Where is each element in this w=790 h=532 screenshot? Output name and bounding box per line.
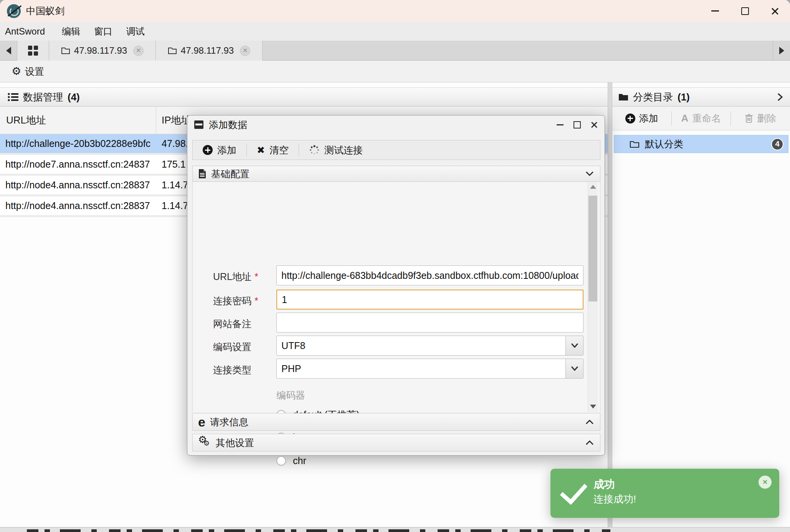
tab-shell-1[interactable]: 47.98.117.93 ✕ — [49, 41, 156, 61]
spinner-dots-icon — [309, 145, 320, 155]
dialog-test-connection-button[interactable]: 测试连接 — [299, 140, 373, 160]
minimize-button[interactable] — [700, 0, 730, 22]
chevron-down-icon — [570, 343, 579, 349]
select-dropdown-button[interactable] — [565, 359, 583, 378]
gear-icon: ⚙ — [12, 66, 21, 77]
dialog-add-label: 添加 — [217, 144, 236, 156]
select-dropdown-button[interactable] — [565, 336, 583, 355]
dialog-title: 添加数据 — [209, 119, 247, 131]
section-basic-config[interactable]: 基础配置 — [192, 166, 600, 182]
cell-url: http://node4.anna.nssctf.cn:28837 — [0, 176, 156, 194]
category-delete-button[interactable]: 删除 — [731, 107, 790, 130]
category-panel-header: 分类目录 (1) — [612, 87, 790, 107]
dialog-scrollbar[interactable] — [588, 182, 598, 412]
trash-icon — [745, 114, 753, 124]
settings-toolbar: ⚙ 设置 — [0, 61, 790, 82]
dialog-clear-label: 清空 — [269, 144, 289, 156]
category-item-default[interactable]: 默认分类 4 — [614, 135, 788, 153]
dialog-test-label: 测试连接 — [324, 144, 363, 156]
scroll-down-arrow[interactable] — [590, 405, 596, 408]
chevron-right-icon[interactable] — [776, 92, 784, 102]
dialog-add-button[interactable]: 添加 — [193, 140, 246, 160]
category-item-label: 默认分类 — [645, 138, 766, 150]
tab-scroll-right-button[interactable] — [773, 41, 790, 61]
tab-shell-2[interactable]: 47.98.117.93 ✕ — [156, 41, 263, 61]
folder-icon — [61, 46, 70, 55]
section-title: 请求信息 — [210, 416, 248, 428]
folder-icon — [168, 46, 177, 55]
dialog-maximize-button[interactable] — [573, 121, 581, 128]
window-controls — [700, 0, 790, 22]
cell-url: http://node7.anna.nssctf.cn:24837 — [0, 155, 156, 174]
encoding-value: UTF8 — [277, 340, 565, 351]
plus-circle-icon — [203, 145, 213, 155]
grid-icon — [28, 46, 38, 56]
clear-x-icon: ✖ — [257, 145, 265, 155]
encoding-select[interactable]: UTF8 — [276, 336, 583, 356]
data-panel-header: 数据管理 (4) — [0, 87, 608, 107]
data-panel-count: (4) — [68, 91, 80, 103]
encoder-group-label: 编码器 — [276, 389, 305, 402]
category-toolbar: 添加 A 重命名 删除 — [612, 107, 790, 130]
section-other-settings[interactable]: ⚙ ⚙ 其他设置 — [192, 434, 600, 451]
chevron-up-icon — [585, 439, 595, 446]
section-title: 其他设置 — [216, 436, 254, 449]
settings-button[interactable]: 设置 — [25, 65, 44, 78]
maximize-icon — [741, 7, 749, 15]
folder-filled-icon — [618, 93, 628, 101]
category-panel-count: (1) — [678, 91, 690, 103]
note-input[interactable] — [276, 313, 583, 333]
menu-debug[interactable]: 调试 — [126, 25, 153, 38]
radio-label: chr — [293, 455, 306, 466]
dialog-minimize-button[interactable] — [557, 124, 564, 125]
cell-url: http://node4.anna.nssctf.cn:28837 — [0, 196, 156, 215]
category-panel-title: 分类目录 — [633, 91, 673, 104]
add-data-dialog: 添加数据 添加 ✖ 清空 测试连接 — [187, 115, 605, 456]
tab-scroll-left-button[interactable] — [0, 41, 17, 61]
password-field-label: 连接密码* — [213, 295, 258, 307]
dialog-header[interactable]: 添加数据 — [187, 115, 605, 134]
menu-edit[interactable]: 编辑 — [62, 25, 89, 38]
tab-close-button[interactable]: ✕ — [133, 46, 144, 56]
maximize-button[interactable] — [730, 0, 760, 22]
panel-divider[interactable] — [608, 82, 612, 532]
dialog-clear-button[interactable]: ✖ 清空 — [247, 140, 299, 160]
menu-window[interactable]: 窗口 — [94, 25, 121, 38]
app-window: 中国蚁剑 AntSword 编辑 窗口 调试 47.98.117.93 ✕ — [0, 0, 790, 532]
section-title: 基础配置 — [211, 168, 250, 180]
toast-close-button[interactable]: ✕ — [759, 476, 772, 489]
close-button[interactable] — [760, 0, 790, 22]
dialog-controls — [557, 121, 598, 128]
dialog-close-button[interactable] — [591, 121, 598, 128]
basic-config-form: URL地址* 连接密码* 网站备注 编码设置 连接类型 UTF8 PHP 编码器 — [192, 182, 600, 412]
gears-icon: ⚙ ⚙ — [198, 436, 211, 449]
section-request-info[interactable]: e 请求信息 — [192, 413, 600, 431]
tab-home[interactable] — [17, 41, 49, 61]
menu-bar: AntSword 编辑 窗口 调试 — [0, 22, 790, 41]
category-rename-button[interactable]: A 重命名 — [672, 107, 731, 130]
conn-type-value: PHP — [277, 363, 565, 374]
checkmark-icon — [560, 476, 587, 505]
chevron-down-icon — [585, 170, 595, 177]
tab-close-button[interactable]: ✕ — [240, 46, 250, 56]
plus-circle-icon — [625, 114, 635, 124]
scrollbar-thumb[interactable] — [588, 196, 597, 301]
category-add-button[interactable]: 添加 — [612, 107, 671, 130]
success-toast: 成功 连接成功! ✕ — [550, 469, 779, 518]
url-input[interactable] — [276, 265, 583, 285]
window-title: 中国蚁剑 — [26, 5, 64, 17]
conn-type-select[interactable]: PHP — [276, 359, 583, 379]
encoder-option-chr[interactable]: chr — [276, 455, 306, 466]
clipped-bottom-row — [0, 527, 790, 532]
arrow-left-icon — [6, 47, 11, 54]
chevron-down-icon — [570, 366, 579, 372]
scroll-up-arrow[interactable] — [590, 185, 596, 189]
column-header-url[interactable]: URL地址 — [0, 107, 156, 134]
menu-antsword[interactable]: AntSword — [5, 26, 56, 37]
document-icon — [198, 169, 207, 179]
close-icon: ✕ — [136, 48, 141, 54]
rename-a-icon: A — [681, 112, 689, 124]
password-input[interactable] — [276, 290, 583, 310]
encoding-field-label: 编码设置 — [213, 341, 251, 353]
data-panel-title: 数据管理 — [23, 91, 63, 104]
